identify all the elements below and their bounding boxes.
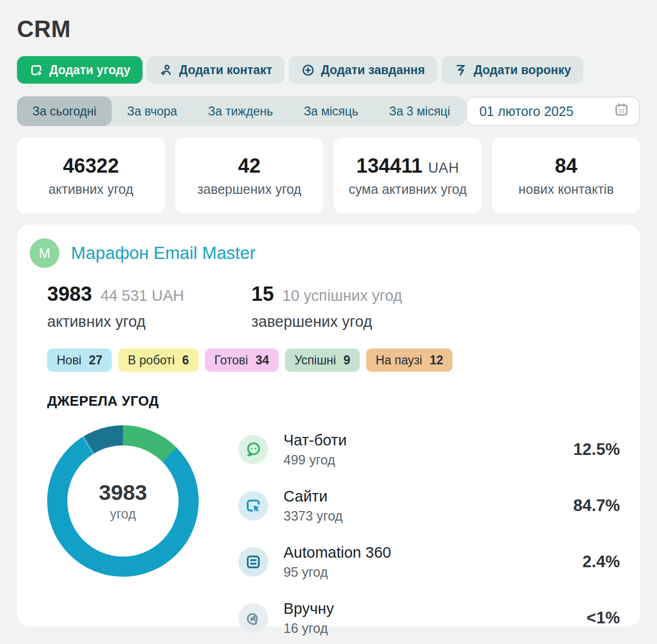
page-title: CRM [17, 16, 640, 42]
active-deals-label: активних угод [47, 313, 184, 330]
source-name: Чат-боти [283, 432, 347, 449]
completed-deals-block: 15 10 успішних угод завершених угод [252, 283, 402, 330]
sources-list: Чат-боти 499 угод 12.5% Сайти 3373 [238, 425, 627, 644]
source-percent: 2.4% [582, 552, 620, 571]
source-percent: 12.5% [573, 440, 620, 459]
pipeline-avatar: M [30, 238, 59, 268]
badge-count: 6 [182, 353, 189, 368]
crm-page: CRM Додати угоду Додати контакт [0, 0, 657, 627]
badge-label: Успішні [295, 353, 336, 368]
add-contact-icon [159, 63, 173, 77]
completed-deals-note: 10 успішних угод [282, 287, 402, 305]
source-percent: <1% [587, 609, 620, 628]
source-percent: 84.7% [573, 496, 620, 515]
add-contact-button[interactable]: Додати контакт [147, 56, 285, 84]
pipeline-card: M Марафон Email Master 3983 44 531 UAH а… [17, 225, 640, 627]
donut-total: 3983 [99, 480, 147, 505]
source-deals: 16 угод [283, 621, 334, 636]
stat-value: 46322 [63, 155, 119, 177]
website-icon [238, 491, 268, 521]
status-badges: Нові27 В роботі6 Готові34 Успішні9 На па… [47, 348, 627, 372]
stat-unit: UAH [428, 160, 459, 176]
stat-cards: 46322 активних угод 42 завершених угод 1… [17, 138, 640, 213]
stat-value: 84 [555, 155, 577, 177]
completed-deals-label: завершених угод [252, 313, 402, 330]
badge-count: 9 [343, 353, 350, 368]
sources-heading: ДЖЕРЕЛА УГОД [47, 393, 627, 409]
source-name: Вручну [283, 600, 334, 618]
active-deals-value: 3983 [47, 283, 92, 306]
stat-active-sum: 134411 UAH сума активних угод [334, 138, 482, 213]
add-deal-label: Додати угоду [49, 63, 130, 77]
list-item: Вручну 16 угод <1% [238, 600, 620, 636]
badge-label: Нові [57, 353, 82, 368]
pipeline-header: M Марафон Email Master [30, 238, 627, 268]
add-task-label: Додати завдання [321, 63, 425, 77]
add-task-icon [301, 63, 315, 77]
source-deals: 95 угод [283, 565, 391, 580]
active-deals-block: 3983 44 531 UAH активних угод [47, 283, 184, 330]
date-value: 01 лютого 2025 [480, 104, 574, 119]
sources-chart-area: 3983 угод Чат-боти [47, 425, 627, 644]
completed-deals-value: 15 [252, 283, 274, 306]
source-deals: 3373 угод [283, 508, 343, 524]
badge-in-progress[interactable]: В роботі6 [118, 348, 198, 372]
badge-count: 27 [89, 353, 103, 368]
badge-successful[interactable]: Успішні9 [285, 348, 360, 372]
badge-ready[interactable]: Готові34 [205, 348, 279, 372]
add-funnel-label: Додати воронку [474, 63, 571, 77]
automation-icon [238, 547, 268, 577]
tab-month[interactable]: За місяць [288, 96, 374, 126]
active-deals-amount: 44 531 UAH [101, 287, 184, 305]
tab-today[interactable]: За сьогодні [17, 96, 112, 126]
action-buttons: Додати угоду Додати контакт Додати завда… [17, 56, 640, 84]
pipeline-title[interactable]: Марафон Email Master [71, 243, 255, 263]
stat-label: активних угод [48, 182, 133, 197]
badge-label: На паузі [376, 353, 422, 368]
stat-label: нових контактів [519, 182, 614, 197]
tab-week[interactable]: За тиждень [192, 96, 288, 126]
badge-label: В роботі [128, 353, 174, 368]
source-deals: 499 угод [283, 452, 347, 468]
stat-value: 42 [238, 155, 260, 177]
stat-completed-deals: 42 завершених угод [175, 138, 323, 213]
add-task-button[interactable]: Додати завдання [289, 56, 437, 84]
filter-row: За сьогодні За вчора За тиждень За місяц… [17, 96, 640, 126]
add-funnel-button[interactable]: Додати воронку [441, 56, 583, 84]
badge-count: 34 [255, 353, 269, 368]
badge-label: Готові [215, 353, 248, 368]
source-name: Automation 360 [283, 544, 391, 561]
list-item: Automation 360 95 угод 2.4% [238, 544, 620, 580]
date-picker[interactable]: 01 лютого 2025 [466, 96, 640, 126]
stat-label: сума активних угод [349, 182, 467, 197]
add-funnel-icon [454, 63, 468, 77]
badge-count: 12 [430, 353, 443, 368]
list-item: Сайти 3373 угод 84.7% [238, 488, 620, 524]
manual-hand-icon [238, 603, 268, 633]
tab-3months[interactable]: За 3 місяці [374, 96, 465, 126]
pipeline-stats: 3983 44 531 UAH активних угод 15 10 успі… [47, 283, 627, 330]
sources-donut-chart: 3983 угод [47, 425, 199, 577]
stat-label: завершених угод [197, 182, 301, 197]
stat-value: 134411 [357, 155, 423, 177]
list-item: Чат-боти 499 угод 12.5% [238, 432, 620, 468]
stat-active-deals: 46322 активних угод [17, 138, 165, 213]
donut-total-label: угод [110, 506, 136, 522]
add-deal-button[interactable]: Додати угоду [17, 56, 143, 84]
badge-paused[interactable]: На паузі12 [366, 348, 453, 372]
badge-new[interactable]: Нові27 [47, 348, 112, 372]
period-tabs: За сьогодні За вчора За тиждень За місяц… [17, 96, 466, 126]
add-contact-label: Додати контакт [179, 63, 272, 77]
stat-new-contacts: 84 нових контактів [492, 138, 640, 213]
source-name: Сайти [283, 488, 343, 505]
tab-yesterday[interactable]: За вчора [112, 96, 193, 126]
donut-center: 3983 угод [67, 445, 179, 557]
chatbot-icon [238, 435, 268, 464]
add-deal-icon [29, 63, 43, 77]
calendar-icon [614, 102, 629, 121]
